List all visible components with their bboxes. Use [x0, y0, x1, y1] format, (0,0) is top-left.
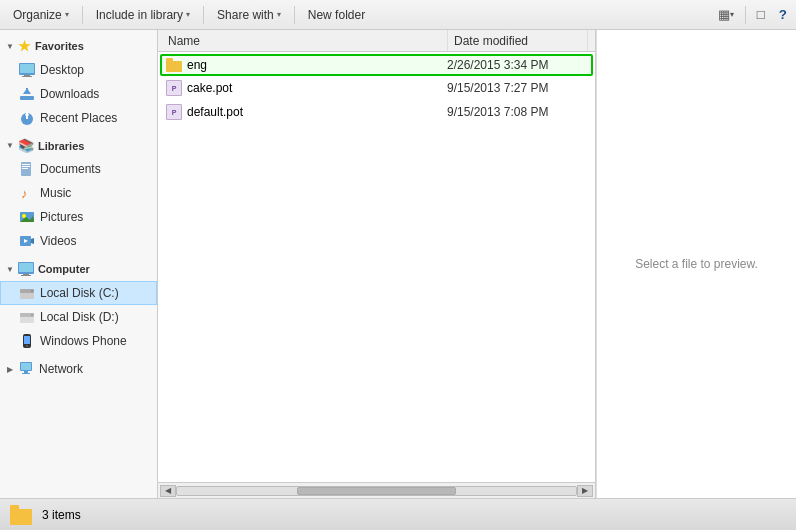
svg-point-30 [31, 314, 33, 316]
help-button[interactable]: ? [774, 3, 792, 27]
organize-chevron: ▾ [65, 10, 69, 19]
favorites-header[interactable]: ▼ ★ Favorites [0, 34, 157, 58]
organize-button[interactable]: Organize ▾ [4, 3, 78, 27]
libraries-triangle: ▼ [6, 141, 14, 150]
file-name-eng: eng [166, 58, 447, 72]
music-icon: ♪ [19, 185, 35, 201]
file-date-cake: 9/15/2013 7:27 PM [447, 81, 587, 95]
videos-label: Videos [40, 234, 76, 248]
sidebar-item-local-disk-c[interactable]: Local Disk (C:) [0, 281, 157, 305]
scroll-right-button[interactable]: ▶ [577, 485, 593, 497]
local-disk-c-icon [19, 285, 35, 301]
separator-3 [294, 6, 295, 24]
include-library-button[interactable]: Include in library ▾ [87, 3, 199, 27]
computer-icon [18, 261, 34, 277]
hscroll-container: ◀ ▶ [158, 482, 595, 498]
file-date-eng: 2/26/2015 3:34 PM [447, 58, 587, 72]
table-row[interactable]: eng 2/26/2015 3:34 PM [160, 54, 593, 76]
windows-phone-label: Windows Phone [40, 334, 127, 348]
pot-icon: P [166, 80, 182, 96]
computer-label: Computer [38, 263, 90, 275]
column-headers: Name Date modified [158, 30, 595, 52]
view-chevron: ▾ [730, 10, 734, 19]
downloads-icon [19, 86, 35, 102]
sidebar-item-recent-places[interactable]: Recent Places [0, 106, 157, 130]
window-button[interactable]: □ [752, 3, 770, 27]
sidebar-item-pictures[interactable]: Pictures [0, 205, 157, 229]
network-section: ▶ Network [0, 357, 157, 381]
hscroll-thumb[interactable] [297, 487, 457, 495]
file-label-cake: cake.pot [187, 81, 232, 95]
sidebar-item-network[interactable]: ▶ Network [0, 357, 157, 381]
file-name-default: P default.pot [166, 104, 447, 120]
pictures-label: Pictures [40, 210, 83, 224]
col-header-name[interactable]: Name [162, 30, 448, 51]
favorites-label: Favorites [35, 40, 84, 52]
col-resize-1[interactable] [588, 30, 591, 51]
hscroll-track[interactable] [176, 486, 577, 496]
table-row[interactable]: P default.pot 9/15/2013 7:08 PM [160, 100, 593, 124]
preview-pane: Select a file to preview. [596, 30, 796, 498]
downloads-label: Downloads [40, 87, 99, 101]
col-header-date[interactable]: Date modified [448, 30, 588, 51]
svg-rect-3 [22, 76, 32, 77]
svg-rect-13 [22, 168, 28, 169]
view-toggle-button[interactable]: ▦ ▾ [713, 3, 739, 27]
desktop-label: Desktop [40, 63, 84, 77]
svg-rect-23 [23, 274, 29, 275]
file-list: eng 2/26/2015 3:34 PM P cake.pot 9/15/20… [158, 52, 595, 482]
sidebar-item-videos[interactable]: Videos [0, 229, 157, 253]
separator-1 [82, 6, 83, 24]
pictures-icon [19, 209, 35, 225]
svg-text:♪: ♪ [21, 186, 28, 201]
sidebar: ▼ ★ Favorites Desktop Downloads [0, 30, 158, 498]
local-disk-c-label: Local Disk (C:) [40, 286, 119, 300]
table-row[interactable]: P cake.pot 9/15/2013 7:27 PM [160, 76, 593, 100]
svg-rect-32 [24, 336, 30, 344]
sidebar-item-desktop[interactable]: Desktop [0, 58, 157, 82]
sidebar-item-windows-phone[interactable]: Windows Phone [0, 329, 157, 353]
svg-point-27 [31, 290, 33, 292]
col-name-label: Name [168, 34, 200, 48]
documents-label: Documents [40, 162, 101, 176]
libraries-icon: 📚 [18, 138, 34, 153]
local-disk-d-label: Local Disk (D:) [40, 310, 119, 324]
file-label-default: default.pot [187, 105, 243, 119]
svg-rect-36 [24, 371, 28, 373]
libraries-label: Libraries [38, 140, 84, 152]
sidebar-item-documents[interactable]: Documents [0, 157, 157, 181]
svg-rect-24 [21, 275, 31, 276]
svg-rect-2 [24, 75, 30, 76]
help-icon: ? [779, 7, 787, 22]
sidebar-item-downloads[interactable]: Downloads [0, 82, 157, 106]
libraries-header[interactable]: ▼ 📚 Libraries [0, 134, 157, 157]
local-disk-d-icon [19, 309, 35, 325]
file-label-eng: eng [187, 58, 207, 72]
computer-triangle: ▼ [6, 265, 14, 274]
new-folder-button[interactable]: New folder [299, 3, 374, 27]
network-triangle: ▶ [7, 365, 13, 374]
svg-rect-22 [19, 263, 33, 272]
recent-places-icon [19, 110, 35, 126]
libraries-section: ▼ 📚 Libraries Documents ♪ Music [0, 134, 157, 253]
music-label: Music [40, 186, 71, 200]
separator-4 [745, 6, 746, 24]
view-icon: ▦ [718, 7, 730, 22]
main-container: ▼ ★ Favorites Desktop Downloads [0, 30, 796, 498]
network-label: Network [39, 362, 83, 376]
toolbar: Organize ▾ Include in library ▾ Share wi… [0, 0, 796, 30]
svg-rect-35 [21, 363, 31, 370]
computer-header[interactable]: ▼ Computer [0, 257, 157, 281]
share-with-button[interactable]: Share with ▾ [208, 3, 290, 27]
folder-icon [166, 58, 182, 72]
videos-icon [19, 233, 35, 249]
separator-2 [203, 6, 204, 24]
new-folder-label: New folder [308, 8, 365, 22]
svg-rect-37 [22, 373, 30, 374]
sidebar-item-local-disk-d[interactable]: Local Disk (D:) [0, 305, 157, 329]
include-library-label: Include in library [96, 8, 183, 22]
content-area: Name Date modified eng 2/26/2015 3:34 PM [158, 30, 796, 498]
svg-rect-6 [26, 88, 28, 94]
scroll-left-button[interactable]: ◀ [160, 485, 176, 497]
sidebar-item-music[interactable]: ♪ Music [0, 181, 157, 205]
